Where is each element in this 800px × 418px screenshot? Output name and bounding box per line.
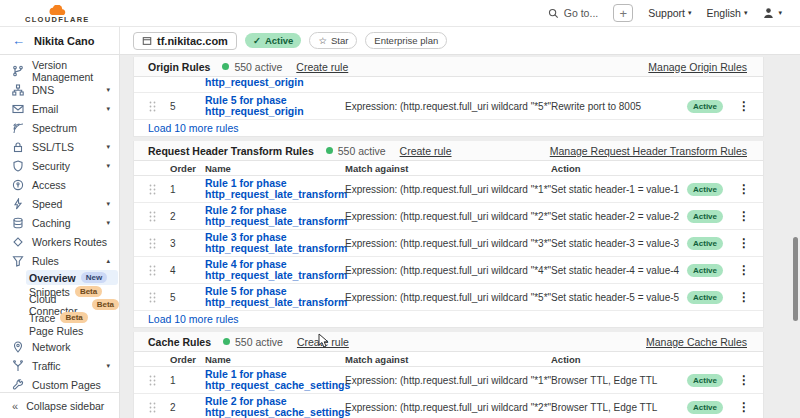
support-menu[interactable]: Support ▾ — [648, 7, 691, 19]
sidebar-item-network[interactable]: Network — [0, 337, 119, 356]
vertical-scrollbar[interactable] — [793, 237, 798, 321]
rule-name-link[interactable]: Rule 4 for phasehttp_request_late_transf… — [205, 259, 345, 281]
drag-handle-icon — [149, 292, 156, 303]
rule-match-expression: Expression: (http.request.full_uri wildc… — [345, 402, 551, 413]
kebab-menu-icon[interactable]: ⋮ — [738, 99, 750, 113]
rule-name-link[interactable]: Rule 5 for phasehttp_request_origin — [205, 95, 345, 117]
sidebar-item-dns[interactable]: DNS▾ — [0, 80, 119, 99]
create-rule-link[interactable]: Create rule — [296, 61, 348, 73]
sidebar-item-overview[interactable]: OverviewNew — [26, 270, 118, 285]
kebab-menu-icon[interactable]: ⋮ — [738, 263, 750, 277]
drag-handle[interactable] — [149, 402, 156, 413]
rule-name-link[interactable]: Rule 5 for phasehttp_request_late_transf… — [205, 286, 345, 308]
drag-handle[interactable] — [149, 292, 156, 303]
active-status-dot-icon — [222, 63, 229, 70]
create-rule-link[interactable]: Create rule — [400, 145, 452, 157]
rule-action: Set static header-5 = value-5 — [551, 292, 687, 303]
rule-action: Set static header-3 = value-3 — [551, 238, 687, 249]
status-badge: Active — [687, 210, 723, 223]
drag-handle[interactable] — [149, 375, 156, 386]
go-to-label: Go to... — [564, 7, 598, 19]
back-arrow-icon[interactable]: ← — [12, 33, 25, 48]
status-badge: Active — [687, 100, 723, 113]
rule-match-expression: Expression: (http.request.full_uri wildc… — [345, 211, 551, 222]
drag-handle[interactable] — [149, 211, 156, 222]
sidebar-item-page-rules[interactable]: Page Rules — [0, 324, 119, 337]
sidebar-item-label: DNS — [32, 84, 54, 96]
kebab-menu-icon[interactable]: ⋮ — [738, 400, 750, 414]
sidebar-item-security[interactable]: Security▾ — [0, 156, 119, 175]
status-badge: Active — [687, 291, 723, 304]
user-menu[interactable]: ▾ — [762, 7, 782, 19]
rule-name-link[interactable]: Rule 3 for phasehttp_request_late_transf… — [205, 232, 345, 254]
sidebar-item-traffic[interactable]: Traffic▾ — [0, 356, 119, 375]
rule-order: 1 — [170, 375, 205, 386]
sidebar-item-speed[interactable]: Speed▾ — [0, 194, 119, 213]
load-more-rules-link[interactable]: Load 10 more rules — [134, 311, 763, 327]
sidebar-item-ssl-tls[interactable]: SSL/TLS▾ — [0, 137, 119, 156]
drag-handle-icon — [149, 238, 156, 249]
chevron-down-icon: ▾ — [106, 362, 110, 370]
active-status-dot-icon — [326, 147, 333, 154]
load-more-rules-link[interactable]: Load 10 more rules — [134, 120, 763, 136]
table-row: 1Rule 1 for phasehttp_request_late_trans… — [134, 176, 763, 203]
kebab-menu-icon[interactable]: ⋮ — [738, 373, 750, 387]
section-request-header-transform-rules: Request Header Transform Rules550 active… — [133, 141, 764, 328]
table-row: 1Rule 1 for phasehttp_request_cache_sett… — [134, 367, 763, 394]
drag-handle-icon — [149, 375, 156, 386]
kebab-menu-icon[interactable]: ⋮ — [738, 209, 750, 223]
rule-name-link[interactable]: Rule 1 for phasehttp_request_late_transf… — [205, 178, 345, 200]
rule-name-link[interactable]: http_request_origin — [205, 77, 345, 88]
sidebar-item-rules[interactable]: Rules▴ — [0, 251, 119, 270]
sidebar-item-workers-routes[interactable]: Workers Routes — [0, 232, 119, 251]
rule-name-link[interactable]: Rule 2 for phasehttp_request_late_transf… — [205, 205, 345, 227]
star-button[interactable]: ☆ Star — [309, 32, 357, 49]
sidebar-item-cloud-connector[interactable]: Cloud ConnectorBeta — [0, 298, 119, 311]
chevron-down-icon: ▾ — [106, 105, 110, 113]
language-menu[interactable]: English ▾ — [707, 7, 748, 19]
manage-rules-link[interactable]: Manage Origin Rules — [648, 61, 747, 73]
go-to-search[interactable]: Go to... — [548, 7, 598, 19]
sidebar-item-email[interactable]: Email▾ — [0, 99, 119, 118]
column-match-against: Match against — [345, 162, 551, 174]
kebab-menu-icon[interactable]: ⋮ — [738, 182, 750, 196]
rule-name-link[interactable]: Rule 2 for phasehttp_request_cache_setti… — [205, 396, 345, 418]
sidebar-item-label: Workers Routes — [32, 236, 107, 248]
manage-rules-link[interactable]: Manage Cache Rules — [646, 336, 747, 348]
cloudflare-dashboard: CLOUDFLARE Go to... + Support ▾ English … — [0, 0, 800, 418]
drag-handle[interactable] — [149, 265, 156, 276]
zone-selector[interactable]: tf.nikitac.com — [133, 32, 237, 50]
rule-name-link[interactable]: Rule 1 for phasehttp_request_cache_setti… — [205, 369, 345, 391]
table-row: 3Rule 3 for phasehttp_request_late_trans… — [134, 230, 763, 257]
sidebar-item-version-management[interactable]: Version Management — [0, 61, 119, 80]
pages-icon — [12, 379, 24, 391]
mouse-cursor — [318, 333, 330, 349]
plus-icon: + — [619, 7, 627, 20]
chevron-up-icon: ▴ — [106, 257, 110, 265]
chevron-down-icon: ▾ — [744, 9, 748, 17]
kebab-menu-icon[interactable]: ⋮ — [738, 290, 750, 304]
sidebar-item-label: Rules — [32, 255, 59, 267]
rule-action: Browser TTL, Edge TTL — [551, 375, 687, 386]
collapse-sidebar-button[interactable]: « Collapse sidebar — [0, 392, 119, 418]
rule-match-expression: Expression: (http.request.full_uri wildc… — [345, 265, 551, 276]
account-name[interactable]: Nikita Cano — [34, 35, 95, 47]
sidebar-item-caching[interactable]: Caching▾ — [0, 213, 119, 232]
cloudflare-logo[interactable]: CLOUDFLARE — [25, 5, 90, 24]
sidebar-item-label: Version Management — [32, 59, 119, 83]
sidebar-item-label: Custom Pages — [32, 379, 101, 391]
kebab-menu-icon[interactable]: ⋮ — [738, 236, 750, 250]
drag-handle[interactable] — [149, 238, 156, 249]
sidebar-item-spectrum[interactable]: Spectrum — [0, 118, 119, 137]
add-button[interactable]: + — [613, 4, 633, 22]
drag-handle[interactable] — [149, 184, 156, 195]
bolt-icon — [12, 198, 24, 210]
column-action: Action — [551, 162, 687, 174]
sidebar-item-label: Network — [32, 341, 71, 353]
rule-match-expression: Expression: (http.request.full_uri wildc… — [345, 238, 551, 249]
manage-rules-link[interactable]: Manage Request Header Transform Rules — [550, 145, 747, 157]
sidebar-item-access[interactable]: Access — [0, 175, 119, 194]
search-icon — [548, 8, 559, 19]
drag-handle[interactable] — [149, 101, 156, 112]
active-status-dot-icon — [223, 338, 230, 345]
